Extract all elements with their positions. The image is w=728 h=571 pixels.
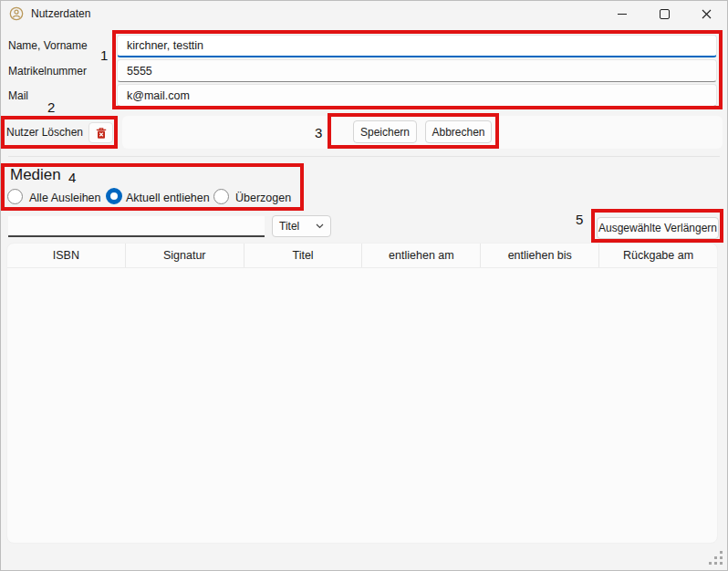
radio-aktuell-entliehen[interactable]: [106, 188, 122, 204]
media-table: ISBN Signatur Titel entliehen am entlieh…: [6, 243, 718, 544]
cancel-button[interactable]: Abbrechen: [425, 120, 492, 143]
nutzerdaten-window: Nutzerdaten Name, Vorname Matrikelnummer…: [0, 0, 728, 571]
window-controls: [601, 1, 727, 26]
delete-user-label: Nutzer Löschen: [6, 126, 83, 139]
search-input[interactable]: [8, 216, 265, 237]
column-header-signatur[interactable]: Signatur: [126, 244, 244, 267]
filter-selected-value: Titel: [279, 220, 299, 233]
close-button[interactable]: [685, 1, 727, 26]
filter-dropdown[interactable]: Titel: [272, 215, 331, 237]
name-label: Name, Vorname: [8, 39, 88, 52]
section-divider: [8, 156, 720, 157]
save-button[interactable]: Speichern: [353, 120, 417, 143]
annotation-1: 1: [100, 47, 108, 63]
name-input[interactable]: [117, 35, 717, 57]
close-icon: [702, 9, 712, 19]
matrikelnummer-input[interactable]: [117, 59, 717, 82]
column-header-entliehen-am[interactable]: entliehen am: [362, 244, 481, 267]
delete-user-button[interactable]: [88, 122, 113, 143]
trash-x-icon: [95, 127, 108, 140]
minimize-button[interactable]: [601, 1, 643, 26]
mail-input[interactable]: [117, 84, 717, 107]
extend-selected-button[interactable]: Ausgewählte Verlängern: [597, 217, 719, 239]
action-strip: [122, 116, 723, 149]
medien-heading: Medien: [10, 166, 61, 184]
annotation-5: 5: [576, 212, 583, 227]
matrikel-label: Matrikelnummer: [8, 65, 87, 78]
radio-ueberzogen[interactable]: [213, 189, 229, 204]
mail-label: Mail: [8, 89, 28, 102]
table-header-row: ISBN Signatur Titel entliehen am entlieh…: [7, 244, 717, 268]
annotation-4: 4: [68, 170, 76, 185]
column-header-isbn[interactable]: ISBN: [7, 244, 126, 267]
radio-aktuell-entliehen-label[interactable]: Aktuell entliehen: [126, 192, 210, 204]
annotation-2: 2: [47, 99, 55, 115]
radio-alle-ausleihen-label[interactable]: Alle Ausleihen: [29, 192, 101, 204]
titlebar: Nutzerdaten: [1, 1, 727, 26]
resize-grip-icon[interactable]: [709, 551, 723, 566]
window-title: Nutzerdaten: [31, 7, 90, 20]
radio-alle-ausleihen[interactable]: [7, 189, 23, 204]
maximize-button[interactable]: [643, 1, 685, 26]
annotation-3: 3: [315, 125, 322, 140]
table-body: [7, 268, 717, 545]
column-header-titel[interactable]: Titel: [244, 244, 363, 267]
user-circle-icon: [9, 6, 24, 21]
chevron-down-icon: [316, 223, 324, 229]
maximize-icon: [660, 9, 670, 19]
column-header-entliehen-bis[interactable]: entliehen bis: [481, 244, 599, 267]
minimize-icon: [618, 14, 627, 15]
column-header-rueckgabe-am[interactable]: Rückgabe am: [599, 244, 717, 267]
radio-ueberzogen-label[interactable]: Überzogen: [235, 192, 291, 204]
